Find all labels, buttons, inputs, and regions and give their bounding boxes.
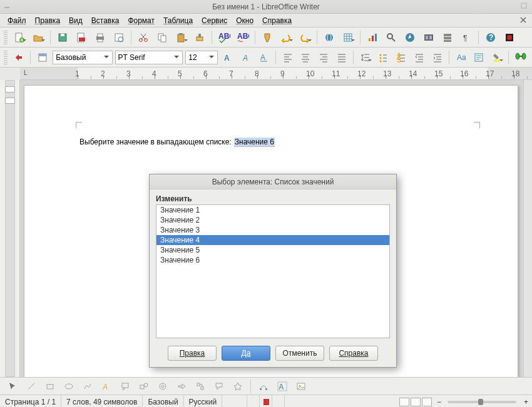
italic-button[interactable]: A [238, 49, 254, 66]
basic-shapes-icon[interactable] [136, 379, 151, 393]
ok-button[interactable]: Да [222, 346, 270, 361]
paragraph-style-combo[interactable]: Базовый [53, 51, 112, 64]
zoom-slider[interactable] [448, 401, 516, 403]
status-page[interactable]: Страница 1 / 1 [0, 395, 61, 407]
sidebar-toggle-button[interactable] [11, 49, 27, 66]
nonprinting-button[interactable]: ¶ [458, 29, 474, 46]
from-file-icon[interactable] [294, 379, 309, 393]
toolbar-handle[interactable] [4, 31, 8, 44]
auto-spellcheck-button[interactable]: ABC [235, 29, 251, 46]
numbering-button[interactable]: 123 [394, 49, 409, 66]
cancel-button[interactable]: Отменить [275, 346, 324, 361]
list-item[interactable]: Значение 5 [156, 245, 389, 255]
star-shapes-icon[interactable] [230, 379, 245, 393]
align-right-button[interactable] [316, 49, 332, 66]
document-close-icon[interactable] [518, 15, 528, 25]
chart-button[interactable] [364, 29, 381, 46]
zoom-in-button[interactable]: + [520, 398, 532, 406]
find-toolbar-button[interactable] [513, 49, 528, 66]
menu-tools[interactable]: Сервис [198, 15, 231, 26]
arrow-shapes-icon[interactable] [174, 379, 189, 393]
book-view-icon[interactable] [422, 398, 432, 406]
new-doc-button[interactable] [11, 29, 28, 46]
document-text[interactable]: Выберите значение в выпадающем списке: З… [79, 136, 275, 147]
cut-button[interactable] [135, 29, 151, 46]
menu-help[interactable]: Справка [258, 15, 295, 26]
ellipse-tool-icon[interactable] [61, 379, 76, 393]
print-preview-button[interactable] [111, 29, 127, 46]
font-name-combo[interactable]: PT Serif [115, 51, 183, 64]
flowchart-shapes-icon[interactable] [193, 379, 208, 393]
clone-formatting-button[interactable] [192, 29, 208, 46]
menu-window[interactable]: Окно [232, 15, 257, 26]
open-button[interactable] [30, 29, 46, 46]
status-modified-icon[interactable] [260, 395, 272, 407]
vertical-ruler[interactable] [0, 80, 20, 377]
callout-shapes-icon[interactable] [212, 379, 227, 393]
multi-page-view-icon[interactable] [411, 398, 421, 406]
align-left-button[interactable] [280, 49, 295, 66]
vertical-scrollbar[interactable] [523, 80, 532, 377]
list-item[interactable]: Значение 2 [156, 215, 389, 225]
status-insert-mode[interactable] [222, 395, 247, 407]
list-item[interactable]: Значение 1 [156, 205, 389, 215]
list-item[interactable]: Значение 4 [156, 235, 389, 245]
minimize-icon[interactable] [4, 3, 11, 10]
spellcheck-button[interactable]: ABC [216, 29, 232, 46]
status-signature[interactable] [272, 395, 285, 407]
data-sources-button[interactable] [439, 29, 456, 46]
styles-button[interactable] [34, 49, 50, 66]
value-list[interactable]: Значение 1Значение 2Значение 3Значение 4… [156, 204, 390, 338]
symbol-shapes-icon[interactable] [155, 379, 170, 393]
find-replace-button[interactable] [383, 29, 399, 46]
fontwork-icon[interactable]: A [275, 379, 290, 393]
undo-button[interactable] [278, 29, 294, 46]
align-center-button[interactable] [298, 49, 314, 66]
menu-file[interactable]: Файл [4, 15, 30, 26]
view-layout-buttons[interactable] [397, 398, 434, 406]
status-selection-mode[interactable] [247, 395, 260, 407]
paste-button[interactable] [173, 29, 189, 46]
menu-edit[interactable]: Правка [31, 15, 64, 26]
horizontal-ruler[interactable]: L 123456789101112131415161718 [20, 68, 532, 80]
list-item[interactable]: Значение 6 [156, 255, 389, 265]
hyperlink-button[interactable] [321, 29, 337, 46]
menu-format[interactable]: Формат [124, 15, 158, 26]
line-tool-icon[interactable] [24, 379, 39, 393]
select-tool-icon[interactable] [5, 379, 20, 393]
increase-indent-button[interactable] [429, 49, 445, 66]
navigator-button[interactable] [402, 29, 418, 46]
record-macro-button[interactable] [501, 29, 518, 46]
rect-tool-icon[interactable] [43, 379, 58, 393]
maximize-icon[interactable] [521, 3, 528, 10]
single-page-view-icon[interactable] [399, 398, 409, 406]
menu-table[interactable]: Таблица [160, 15, 197, 26]
help-button[interactable]: ? [483, 29, 499, 46]
status-language[interactable]: Русский [184, 395, 223, 407]
dropdown-field[interactable]: Значение 6 [234, 138, 275, 147]
edit-button[interactable]: Правка [168, 346, 217, 361]
zoom-out-button[interactable]: − [434, 398, 444, 406]
align-justify-button[interactable] [334, 49, 349, 66]
status-style[interactable]: Базовый [143, 395, 183, 407]
highlight-button[interactable] [489, 49, 505, 66]
insert-table-button[interactable] [340, 29, 356, 46]
print-button[interactable] [92, 29, 108, 46]
save-button[interactable] [54, 29, 71, 46]
export-pdf-button[interactable] [73, 29, 90, 46]
freeform-tool-icon[interactable] [80, 379, 95, 393]
edit-points-icon[interactable] [256, 379, 271, 393]
list-item[interactable]: Значение 3 [156, 225, 389, 235]
bullets-button[interactable] [376, 49, 391, 66]
copy-button[interactable] [154, 29, 170, 46]
toolbar-handle[interactable] [4, 51, 8, 64]
status-words[interactable]: 7 слов, 49 символов [61, 395, 143, 407]
callout-tool-icon[interactable] [118, 379, 133, 393]
help-button[interactable]: Справка [329, 346, 378, 361]
bold-button[interactable]: A [220, 49, 236, 66]
font-size-combo[interactable]: 12 [185, 51, 218, 64]
para-dialog-button[interactable] [471, 49, 487, 66]
text-tool-icon[interactable]: A [99, 379, 114, 393]
char-dialog-button[interactable]: Aa [453, 49, 469, 66]
menu-view[interactable]: Вид [65, 15, 86, 26]
